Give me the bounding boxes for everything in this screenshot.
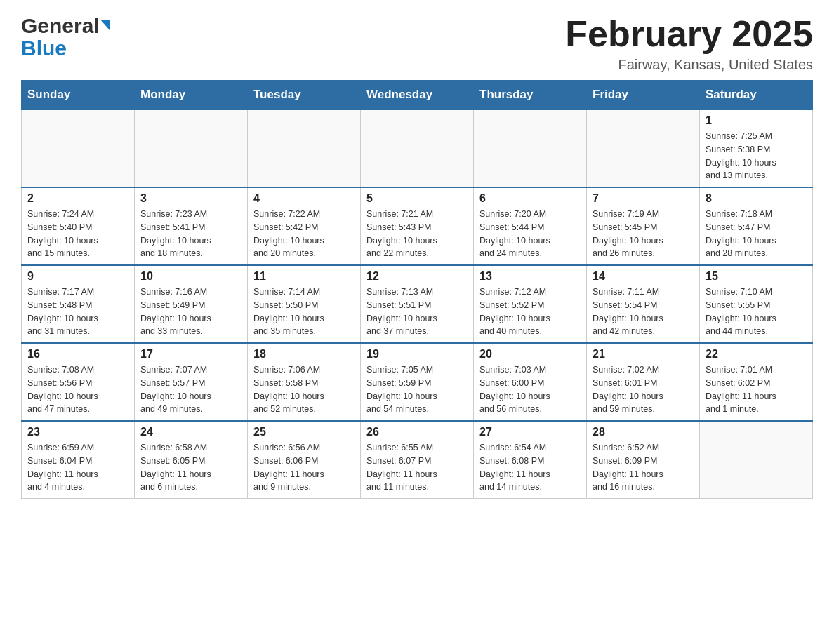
calendar-cell: [700, 421, 813, 499]
day-info: Sunrise: 7:08 AMSunset: 5:56 PMDaylight:…: [27, 363, 128, 416]
calendar-cell: 16Sunrise: 7:08 AMSunset: 5:56 PMDayligh…: [22, 343, 135, 421]
calendar-cell: 11Sunrise: 7:14 AMSunset: 5:50 PMDayligh…: [248, 265, 361, 343]
day-info: Sunrise: 7:16 AMSunset: 5:49 PMDaylight:…: [140, 286, 241, 338]
day-info: Sunrise: 7:02 AMSunset: 6:01 PMDaylight:…: [593, 363, 694, 416]
calendar-cell: 28Sunrise: 6:52 AMSunset: 6:09 PMDayligh…: [587, 421, 700, 499]
day-info: Sunrise: 7:14 AMSunset: 5:50 PMDaylight:…: [253, 286, 355, 338]
weekday-header-thursday: Thursday: [474, 81, 587, 110]
weekday-header-saturday: Saturday: [700, 81, 813, 110]
calendar-header-row: SundayMondayTuesdayWednesdayThursdayFrid…: [22, 81, 813, 110]
day-info: Sunrise: 7:19 AMSunset: 5:45 PMDaylight:…: [593, 208, 694, 260]
day-info: Sunrise: 7:23 AMSunset: 5:41 PMDaylight:…: [140, 208, 241, 260]
day-number: 20: [479, 348, 581, 361]
day-number: 19: [366, 348, 468, 361]
calendar-cell: 2Sunrise: 7:24 AMSunset: 5:40 PMDaylight…: [22, 187, 135, 265]
day-info: Sunrise: 7:12 AMSunset: 5:52 PMDaylight:…: [479, 286, 581, 338]
day-info: Sunrise: 6:55 AMSunset: 6:07 PMDaylight:…: [366, 441, 468, 494]
logo: General Blue: [21, 14, 110, 60]
day-info: Sunrise: 7:01 AMSunset: 6:02 PMDaylight:…: [706, 363, 807, 416]
day-number: 28: [593, 426, 694, 438]
calendar-cell: 15Sunrise: 7:10 AMSunset: 5:55 PMDayligh…: [700, 265, 813, 343]
day-number: 25: [253, 426, 355, 438]
calendar-cell: 9Sunrise: 7:17 AMSunset: 5:48 PMDaylight…: [22, 265, 135, 343]
day-info: Sunrise: 7:03 AMSunset: 6:00 PMDaylight:…: [479, 363, 581, 416]
calendar-cell: 14Sunrise: 7:11 AMSunset: 5:54 PMDayligh…: [587, 265, 700, 343]
day-info: Sunrise: 6:59 AMSunset: 6:04 PMDaylight:…: [27, 441, 128, 494]
day-number: 13: [479, 270, 581, 283]
calendar-cell: 26Sunrise: 6:55 AMSunset: 6:07 PMDayligh…: [361, 421, 474, 499]
calendar-cell: [361, 109, 474, 187]
calendar-cell: 25Sunrise: 6:56 AMSunset: 6:06 PMDayligh…: [248, 421, 361, 499]
calendar-cell: [22, 109, 135, 187]
day-number: 22: [706, 348, 807, 361]
day-info: Sunrise: 7:17 AMSunset: 5:48 PMDaylight:…: [27, 286, 128, 338]
calendar-cell: 8Sunrise: 7:18 AMSunset: 5:47 PMDaylight…: [700, 187, 813, 265]
calendar-cell: 13Sunrise: 7:12 AMSunset: 5:52 PMDayligh…: [474, 265, 587, 343]
calendar-week-row: 9Sunrise: 7:17 AMSunset: 5:48 PMDaylight…: [22, 265, 813, 343]
day-number: 8: [706, 192, 807, 205]
calendar-cell: 27Sunrise: 6:54 AMSunset: 6:08 PMDayligh…: [474, 421, 587, 499]
calendar-cell: 4Sunrise: 7:22 AMSunset: 5:42 PMDaylight…: [248, 187, 361, 265]
calendar-cell: 24Sunrise: 6:58 AMSunset: 6:05 PMDayligh…: [135, 421, 248, 499]
calendar-cell: 22Sunrise: 7:01 AMSunset: 6:02 PMDayligh…: [700, 343, 813, 421]
day-number: 17: [140, 348, 241, 361]
day-info: Sunrise: 7:11 AMSunset: 5:54 PMDaylight:…: [593, 286, 694, 338]
calendar-cell: [587, 109, 700, 187]
calendar-table: SundayMondayTuesdayWednesdayThursdayFrid…: [21, 80, 813, 499]
day-info: Sunrise: 6:54 AMSunset: 6:08 PMDaylight:…: [479, 441, 581, 494]
day-info: Sunrise: 6:56 AMSunset: 6:06 PMDaylight:…: [253, 441, 355, 494]
weekday-header-monday: Monday: [135, 81, 248, 110]
calendar-cell: 7Sunrise: 7:19 AMSunset: 5:45 PMDaylight…: [587, 187, 700, 265]
day-info: Sunrise: 7:24 AMSunset: 5:40 PMDaylight:…: [27, 208, 128, 260]
calendar-cell: 3Sunrise: 7:23 AMSunset: 5:41 PMDaylight…: [135, 187, 248, 265]
day-number: 18: [253, 348, 355, 361]
calendar-cell: 19Sunrise: 7:05 AMSunset: 5:59 PMDayligh…: [361, 343, 474, 421]
calendar-cell: 18Sunrise: 7:06 AMSunset: 5:58 PMDayligh…: [248, 343, 361, 421]
day-number: 10: [140, 270, 241, 283]
logo-blue-text: Blue: [21, 36, 67, 60]
day-info: Sunrise: 7:10 AMSunset: 5:55 PMDaylight:…: [706, 286, 807, 338]
weekday-header-tuesday: Tuesday: [248, 81, 361, 110]
logo-arrow-icon: [100, 20, 110, 30]
calendar-cell: 12Sunrise: 7:13 AMSunset: 5:51 PMDayligh…: [361, 265, 474, 343]
weekday-header-friday: Friday: [587, 81, 700, 110]
day-number: 9: [27, 270, 128, 283]
calendar-cell: 1Sunrise: 7:25 AMSunset: 5:38 PMDaylight…: [700, 109, 813, 187]
calendar-week-row: 16Sunrise: 7:08 AMSunset: 5:56 PMDayligh…: [22, 343, 813, 421]
calendar-cell: [248, 109, 361, 187]
day-number: 14: [593, 270, 694, 283]
calendar-cell: 17Sunrise: 7:07 AMSunset: 5:57 PMDayligh…: [135, 343, 248, 421]
day-number: 15: [706, 270, 807, 283]
day-info: Sunrise: 7:06 AMSunset: 5:58 PMDaylight:…: [253, 363, 355, 416]
day-number: 5: [366, 192, 468, 205]
calendar-cell: 20Sunrise: 7:03 AMSunset: 6:00 PMDayligh…: [474, 343, 587, 421]
calendar-cell: [474, 109, 587, 187]
day-info: Sunrise: 7:13 AMSunset: 5:51 PMDaylight:…: [366, 286, 468, 338]
day-info: Sunrise: 7:07 AMSunset: 5:57 PMDaylight:…: [140, 363, 241, 416]
calendar-cell: [135, 109, 248, 187]
day-info: Sunrise: 6:58 AMSunset: 6:05 PMDaylight:…: [140, 441, 241, 494]
day-number: 26: [366, 426, 468, 438]
day-info: Sunrise: 6:52 AMSunset: 6:09 PMDaylight:…: [593, 441, 694, 494]
day-number: 7: [593, 192, 694, 205]
day-info: Sunrise: 7:20 AMSunset: 5:44 PMDaylight:…: [479, 208, 581, 260]
day-number: 24: [140, 426, 241, 438]
calendar-cell: 23Sunrise: 6:59 AMSunset: 6:04 PMDayligh…: [22, 421, 135, 499]
day-number: 3: [140, 192, 241, 205]
day-info: Sunrise: 7:25 AMSunset: 5:38 PMDaylight:…: [706, 130, 807, 182]
day-number: 16: [27, 348, 128, 361]
calendar-week-row: 23Sunrise: 6:59 AMSunset: 6:04 PMDayligh…: [22, 421, 813, 499]
day-info: Sunrise: 7:18 AMSunset: 5:47 PMDaylight:…: [706, 208, 807, 260]
calendar-week-row: 1Sunrise: 7:25 AMSunset: 5:38 PMDaylight…: [22, 109, 813, 187]
calendar-cell: 21Sunrise: 7:02 AMSunset: 6:01 PMDayligh…: [587, 343, 700, 421]
weekday-header-wednesday: Wednesday: [361, 81, 474, 110]
day-number: 27: [479, 426, 581, 438]
day-info: Sunrise: 7:21 AMSunset: 5:43 PMDaylight:…: [366, 208, 468, 260]
day-number: 6: [479, 192, 581, 205]
day-info: Sunrise: 7:05 AMSunset: 5:59 PMDaylight:…: [366, 363, 468, 416]
logo-general-text: General: [21, 14, 100, 38]
day-number: 12: [366, 270, 468, 283]
page-header: General Blue February 2025 Fairway, Kans…: [21, 14, 813, 73]
month-title: February 2025: [565, 14, 813, 54]
day-number: 23: [27, 426, 128, 438]
